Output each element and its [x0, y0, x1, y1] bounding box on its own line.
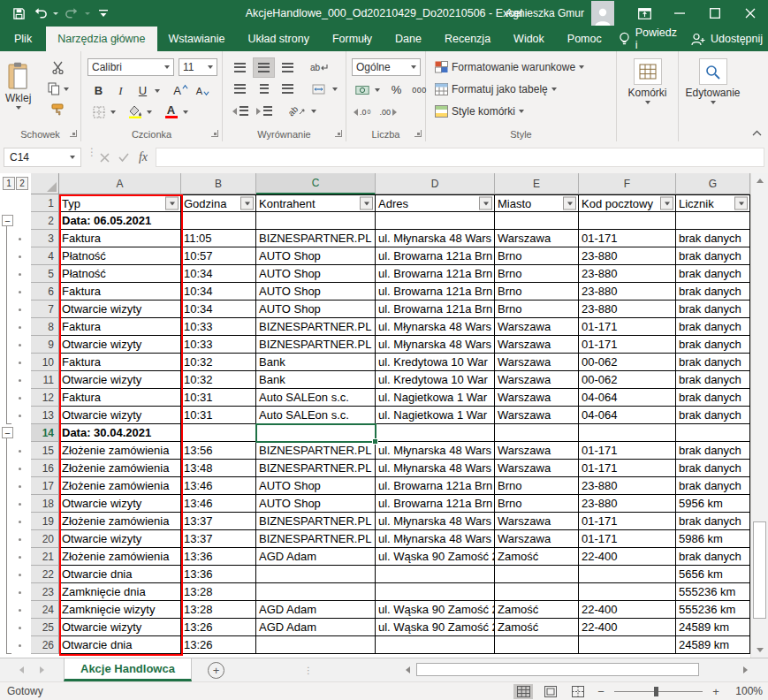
cell-B18[interactable]: 13:46 [181, 495, 256, 513]
row-header-14[interactable]: 14 [31, 424, 59, 442]
avatar[interactable] [591, 1, 614, 26]
cell-F21[interactable]: 22-400 [579, 548, 676, 566]
cell-A22[interactable]: Otwarcie dnia [59, 566, 181, 583]
undo-dropdown-icon[interactable] [51, 4, 60, 23]
fill-color-icon[interactable] [125, 103, 145, 121]
cell-D22[interactable] [376, 566, 495, 583]
cell-B14[interactable] [181, 424, 256, 442]
cell-E15[interactable]: Warszawa [495, 442, 579, 460]
merge-center-icon[interactable] [308, 80, 329, 98]
cut-icon[interactable] [48, 58, 68, 77]
cell-B25[interactable]: 13:26 [181, 619, 256, 636]
filter-button-E[interactable] [563, 197, 576, 210]
tab-pomoc[interactable]: Pomoc [556, 27, 613, 51]
cell-E14[interactable] [495, 424, 579, 442]
increase-indent-icon[interactable] [254, 102, 274, 120]
cell-E19[interactable]: Warszawa [495, 513, 579, 530]
tab-recenzja[interactable]: Recenzja [433, 27, 502, 51]
tab-wstawianie[interactable]: Wstawianie [157, 27, 237, 51]
cell-A20[interactable]: Otwarcie wizyty [59, 530, 181, 548]
cell-C4[interactable]: AUTO Shop [256, 247, 376, 265]
tab-formuły[interactable]: Formuły [321, 27, 384, 51]
wrap-text-icon[interactable]: ab [308, 58, 330, 77]
cell-F15[interactable]: 01-171 [579, 442, 676, 460]
undo-icon[interactable] [30, 4, 49, 23]
cell-D15[interactable]: ul. Młynarska 48 Wars [376, 442, 495, 460]
row-header-5[interactable]: 5 [31, 265, 59, 283]
cell-C11[interactable]: Bank [256, 371, 376, 389]
zoom-in-icon[interactable]: + [711, 685, 721, 698]
maximize-icon[interactable] [697, 0, 733, 27]
align-top-icon[interactable] [230, 58, 250, 77]
cell-A7[interactable]: Otwarcie wizyty [59, 301, 181, 318]
percent-style-icon[interactable]: % [386, 80, 407, 99]
horizontal-scroll-thumb[interactable] [416, 663, 699, 676]
cell-D1[interactable]: Adres [376, 194, 495, 212]
cell-A5[interactable]: Płatność [59, 265, 181, 283]
cell-C17[interactable]: AUTO Shop [256, 477, 376, 495]
cell-C19[interactable]: BIZNESPARTNER.PL SA [256, 513, 376, 530]
share-button[interactable]: Udostępnij [686, 33, 768, 46]
cell-F3[interactable]: 01-171 [579, 230, 676, 247]
scroll-down-icon[interactable] [751, 643, 768, 658]
cell-G9[interactable]: brak danych [676, 336, 750, 354]
cell-F16[interactable]: 01-171 [579, 460, 676, 477]
row-header-15[interactable]: 15 [31, 442, 59, 460]
cell-A11[interactable]: Otwarcie wizyty [59, 371, 181, 389]
cell-B9[interactable]: 10:33 [181, 336, 256, 354]
row-header-10[interactable]: 10 [31, 354, 59, 371]
insert-function-icon[interactable]: fx [134, 148, 152, 167]
user-name[interactable]: Agnieszka Gmur [506, 7, 584, 19]
cell-A12[interactable]: Faktura [59, 389, 181, 407]
row-header-12[interactable]: 12 [31, 389, 59, 407]
cell-A17[interactable]: Złożenie zamówienia [59, 477, 181, 495]
cell-B10[interactable]: 10:32 [181, 354, 256, 371]
cell-B19[interactable]: 13:37 [181, 513, 256, 530]
cell-D12[interactable]: ul. Nagietkowa 1 War [376, 389, 495, 407]
column-header-d[interactable]: D [376, 173, 495, 194]
cell-B2[interactable] [181, 212, 256, 230]
cell-A9[interactable]: Otwarcie wizyty [59, 336, 181, 354]
align-middle-icon[interactable] [254, 58, 274, 77]
cell-B4[interactable]: 10:57 [181, 247, 256, 265]
next-sheet-icon[interactable] [40, 666, 44, 673]
cell-B5[interactable]: 10:34 [181, 265, 256, 283]
cell-A19[interactable]: Złożenie zamówienia [59, 513, 181, 530]
cell-F24[interactable]: 22-400 [579, 601, 676, 619]
cell-F25[interactable]: 22-400 [579, 619, 676, 636]
cell-F13[interactable]: 04-064 [579, 407, 676, 424]
zoom-out-icon[interactable]: − [596, 685, 606, 698]
normal-view-icon[interactable] [513, 684, 533, 699]
column-header-e[interactable]: E [495, 173, 579, 194]
vertical-scroll-thumb[interactable] [753, 521, 766, 619]
page-layout-view-icon[interactable] [541, 684, 560, 699]
bold-button[interactable]: B [88, 81, 109, 100]
cell-G6[interactable]: brak danych [676, 283, 750, 301]
paste-button[interactable]: Wklej [5, 57, 31, 110]
cell-C5[interactable]: AUTO Shop [256, 265, 376, 283]
decrease-decimal-icon[interactable]: .00 [377, 103, 399, 121]
row-header-23[interactable]: 23 [31, 583, 59, 601]
filter-button-C[interactable] [360, 197, 373, 210]
prev-sheet-icon[interactable] [19, 666, 24, 673]
cell-A13[interactable]: Otwarcie wizyty [59, 407, 181, 424]
tab-file[interactable]: Plik [0, 27, 46, 51]
cell-C8[interactable]: BIZNESPARTNER.PL SA [256, 318, 376, 336]
cell-B8[interactable]: 10:33 [181, 318, 256, 336]
outline-level-1-button[interactable]: 1 [3, 177, 15, 190]
cell-G25[interactable]: 24589 km [676, 619, 750, 636]
collapse-ribbon-icon[interactable] [752, 130, 762, 136]
editing-button[interactable]: Edytowanie [679, 53, 747, 104]
cell-E22[interactable] [495, 566, 579, 583]
cell-C26[interactable] [256, 636, 376, 654]
tab-narzędzia-główne[interactable]: Narzędzia główne [46, 27, 156, 51]
cell-D16[interactable]: ul. Młynarska 48 Wars [376, 460, 495, 477]
horizontal-scrollbar[interactable] [399, 661, 753, 678]
cell-B15[interactable]: 13:56 [181, 442, 256, 460]
cell-D2[interactable] [376, 212, 495, 230]
cell-F4[interactable]: 23-880 [579, 247, 676, 265]
column-header-f[interactable]: F [579, 173, 676, 194]
cell-G13[interactable]: brak danych [676, 407, 750, 424]
cell-E26[interactable] [495, 636, 579, 654]
cell-B7[interactable]: 10:34 [181, 301, 256, 318]
